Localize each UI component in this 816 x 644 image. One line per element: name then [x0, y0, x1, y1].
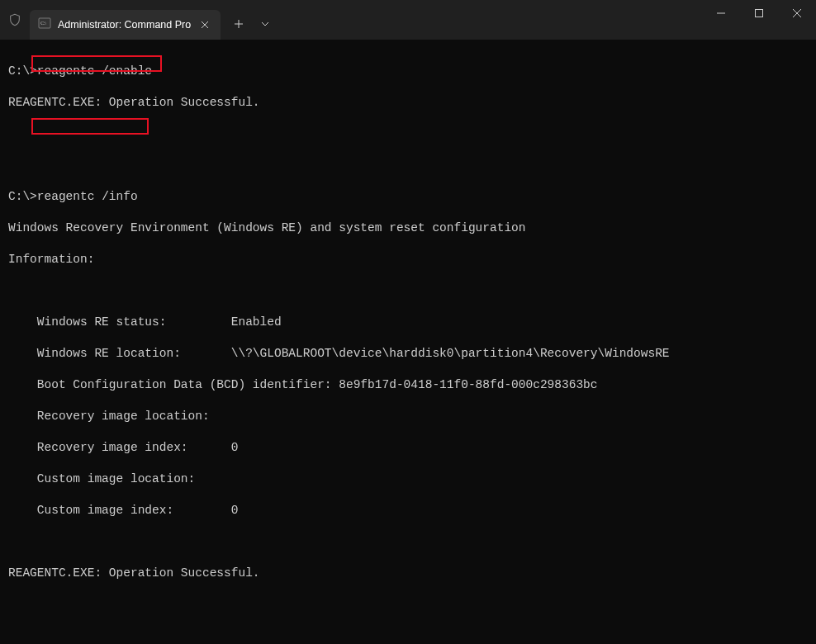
output-line: Custom image index: 0: [8, 503, 808, 519]
shield-icon: [0, 0, 30, 40]
output-label: Windows RE status:: [8, 315, 231, 329]
command-text: reagentc /info: [37, 190, 138, 203]
close-button[interactable]: [778, 0, 816, 26]
new-tab-button[interactable]: [225, 11, 252, 37]
tab[interactable]: C:\ Administrator: Command Pro: [30, 10, 221, 40]
output-value: Enabled: [231, 315, 282, 329]
output-line: REAGENTC.EXE: Operation Successful.: [8, 95, 808, 111]
prompt: C:\>: [8, 190, 37, 203]
prompt: C:\>: [8, 64, 37, 78]
output-line: Recovery image location:: [8, 409, 808, 424]
window-controls: [702, 0, 816, 40]
output-line: Recovery image index: 0: [8, 440, 808, 456]
output-label: Windows RE location:: [8, 347, 231, 360]
output-line: Boot Configuration Data (BCD) identifier…: [8, 377, 808, 393]
terminal-output[interactable]: C:\>reagentc /enable REAGENTC.EXE: Opera…: [0, 40, 816, 644]
output-line: Information:: [8, 252, 808, 268]
svg-rect-7: [756, 10, 763, 17]
command-text: reagentc /enable: [37, 64, 152, 78]
output-line: Custom image location:: [8, 471, 808, 487]
titlebar: C:\ Administrator: Command Pro: [0, 0, 816, 40]
tab-close-button[interactable]: [197, 17, 212, 32]
maximize-button[interactable]: [740, 0, 778, 26]
output-value: \\?\GLOBALROOT\device\harddisk0\partitio…: [231, 347, 670, 360]
tab-title: Administrator: Command Pro: [58, 19, 191, 31]
cmd-icon: C:\: [38, 17, 51, 34]
minimize-button[interactable]: [702, 0, 740, 26]
svg-text:C:\: C:\: [40, 20, 46, 25]
output-line: REAGENTC.EXE: Operation Successful.: [8, 566, 808, 581]
output-line: Windows Recovery Environment (Windows RE…: [8, 220, 808, 236]
tab-dropdown-button[interactable]: [252, 11, 278, 37]
